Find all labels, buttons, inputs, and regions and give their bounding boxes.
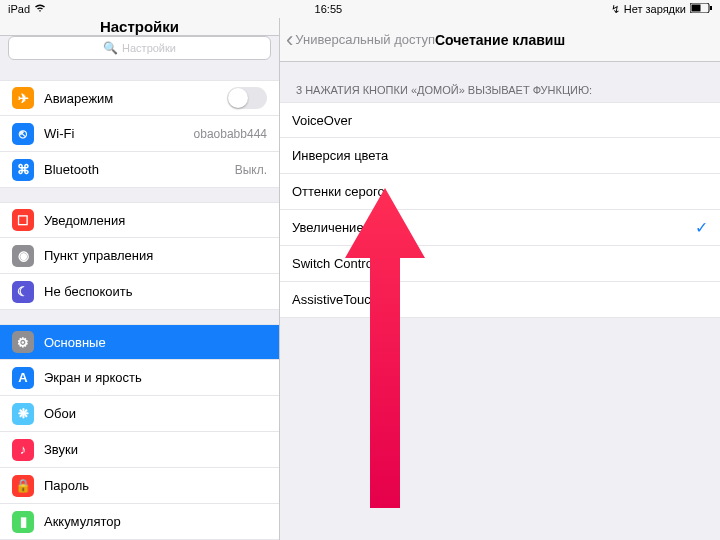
- sidebar-item-bluetooth[interactable]: ⌘BluetoothВыкл.: [0, 152, 279, 188]
- notifications-icon: ☐: [12, 209, 34, 231]
- option-row[interactable]: Инверсия цвета: [280, 138, 720, 174]
- back-label: Универсальный доступ: [295, 32, 435, 47]
- option-label: VoiceOver: [292, 113, 708, 128]
- sidebar-item-display[interactable]: AЭкран и яркость: [0, 360, 279, 396]
- sidebar-item-passcode[interactable]: 🔒Пароль: [0, 468, 279, 504]
- airplane-toggle[interactable]: [227, 87, 267, 109]
- wifi-icon: [34, 3, 46, 15]
- sidebar-title: Настройки: [0, 18, 279, 36]
- chevron-left-icon: ‹: [286, 29, 293, 51]
- option-row[interactable]: AssistiveTouch: [280, 282, 720, 318]
- bluetooth-icon: ⌘: [12, 159, 34, 181]
- sidebar-item-battery[interactable]: ▮Аккумулятор: [0, 504, 279, 540]
- airplane-icon: ✈: [12, 87, 34, 109]
- option-label: Оттенки серого: [292, 184, 708, 199]
- sidebar-item-wifi[interactable]: ⎋Wi-Fiobaobabb444: [0, 116, 279, 152]
- sidebar-item-notifications[interactable]: ☐Уведомления: [0, 202, 279, 238]
- sidebar-item-detail: obaobabb444: [194, 127, 267, 141]
- check-icon: ✓: [695, 218, 708, 237]
- sidebar-item-general[interactable]: ⚙Основные: [0, 324, 279, 360]
- search-icon: 🔍: [103, 41, 118, 55]
- wifi-icon: ⎋: [12, 123, 34, 145]
- general-icon: ⚙: [12, 331, 34, 353]
- sidebar-item-label: Экран и яркость: [44, 370, 267, 385]
- sidebar-item-detail: Выкл.: [235, 163, 267, 177]
- battery-icon: [690, 3, 712, 15]
- option-label: Switch Control: [292, 256, 708, 271]
- wallpaper-icon: ❋: [12, 403, 34, 425]
- option-row[interactable]: Оттенки серого: [280, 174, 720, 210]
- display-icon: A: [12, 367, 34, 389]
- detail-pane: ‹ Универсальный доступ Сочетание клавиш …: [280, 18, 720, 540]
- sidebar-item-label: Аккумулятор: [44, 514, 267, 529]
- svg-rect-2: [692, 5, 701, 12]
- sidebar-item-label: Пункт управления: [44, 248, 267, 263]
- sidebar-item-label: Не беспокоить: [44, 284, 267, 299]
- group-header: 3 НАЖАТИЯ КНОПКИ «ДОМОЙ» ВЫЗЫВАЕТ ФУНКЦИ…: [280, 62, 720, 102]
- sidebar-item-label: Пароль: [44, 478, 267, 493]
- sidebar-item-label: Обои: [44, 406, 267, 421]
- status-charging: Нет зарядки: [624, 3, 686, 15]
- search-placeholder: Настройки: [122, 42, 176, 54]
- option-row[interactable]: Switch Control: [280, 246, 720, 282]
- settings-sidebar: Настройки 🔍 Настройки ✈Авиарежим⎋Wi-Fiob…: [0, 18, 280, 540]
- back-button[interactable]: ‹ Универсальный доступ: [280, 29, 435, 51]
- sidebar-item-airplane[interactable]: ✈Авиарежим: [0, 80, 279, 116]
- charging-icon: ↯: [611, 3, 620, 16]
- sidebar-item-dnd[interactable]: ☾Не беспокоить: [0, 274, 279, 310]
- option-row[interactable]: Увеличение✓: [280, 210, 720, 246]
- option-row[interactable]: VoiceOver: [280, 102, 720, 138]
- sidebar-item-label: Звуки: [44, 442, 267, 457]
- option-label: Увеличение: [292, 220, 685, 235]
- sidebar-item-label: Авиарежим: [44, 91, 217, 106]
- sidebar-item-label: Уведомления: [44, 213, 267, 228]
- battery-icon: ▮: [12, 511, 34, 533]
- status-bar: iPad 16:55 ↯ Нет зарядки: [0, 0, 720, 18]
- sidebar-item-label: Основные: [44, 335, 267, 350]
- sidebar-item-sounds[interactable]: ♪Звуки: [0, 432, 279, 468]
- option-label: Инверсия цвета: [292, 148, 708, 163]
- sidebar-item-wallpaper[interactable]: ❋Обои: [0, 396, 279, 432]
- svg-rect-1: [710, 6, 712, 10]
- sidebar-item-label: Wi-Fi: [44, 126, 184, 141]
- sidebar-item-label: Bluetooth: [44, 162, 225, 177]
- dnd-icon: ☾: [12, 281, 34, 303]
- option-label: AssistiveTouch: [292, 292, 708, 307]
- search-input[interactable]: 🔍 Настройки: [8, 36, 271, 60]
- sidebar-item-controlcenter[interactable]: ◉Пункт управления: [0, 238, 279, 274]
- controlcenter-icon: ◉: [12, 245, 34, 267]
- passcode-icon: 🔒: [12, 475, 34, 497]
- status-time: 16:55: [315, 3, 343, 15]
- status-device: iPad: [8, 3, 30, 15]
- sounds-icon: ♪: [12, 439, 34, 461]
